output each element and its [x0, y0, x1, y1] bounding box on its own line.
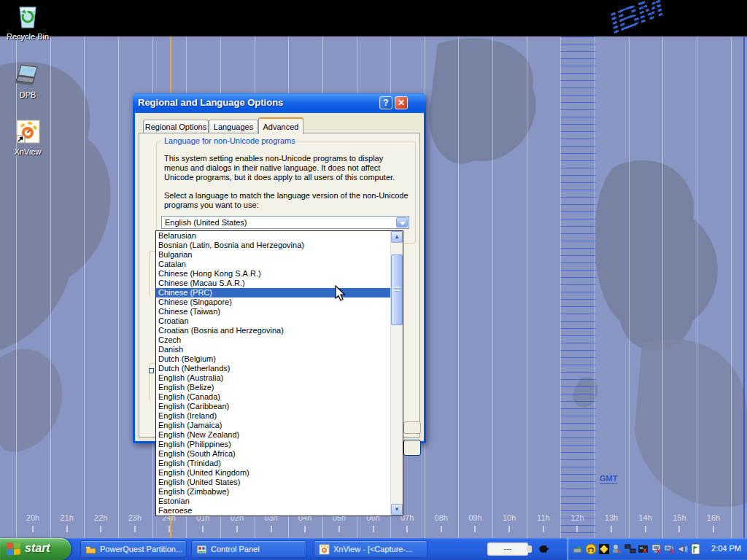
dialog-titlebar[interactable]: Regional and Language Options ? ✕ — [133, 93, 426, 113]
hour-tick — [271, 526, 272, 532]
combobox-dropdown-button[interactable] — [396, 217, 408, 228]
volume-icon[interactable] — [677, 543, 689, 555]
list-item[interactable]: English (Belize) — [156, 383, 403, 392]
language-dropdown-list[interactable]: BelarusianBosnian (Latin, Bosnia and Her… — [155, 230, 403, 516]
button-fragment — [403, 421, 421, 434]
timezone-line — [84, 36, 85, 538]
taskbar-button-label: PowerQuest Partition... — [100, 545, 182, 553]
desktop-icon-label: Recycle Bin — [0, 32, 55, 41]
list-item[interactable]: English (Jamaica) — [156, 421, 403, 430]
taskbar-clock[interactable]: 2:04 PM — [711, 544, 741, 553]
list-item[interactable]: Dutch (Netherlands) — [156, 364, 403, 373]
hour-label: 21h — [53, 513, 82, 522]
list-item[interactable]: Chinese (Singapore) — [156, 298, 403, 307]
start-label: start — [25, 542, 50, 555]
battery-meter[interactable]: --- — [487, 542, 528, 556]
desktop-icon-xnview[interactable]: XnView — [0, 118, 55, 156]
list-item[interactable]: English (Canada) — [156, 392, 403, 402]
list-item[interactable]: Czech — [156, 335, 403, 345]
hour-tick — [373, 526, 374, 532]
taskbar-button-label: Control Panel — [211, 545, 260, 553]
list-item[interactable]: Estonian — [156, 497, 403, 506]
network-error-icon[interactable]: x — [664, 543, 676, 555]
hour-tick — [645, 526, 646, 532]
eject-hardware-icon[interactable] — [572, 543, 584, 555]
list-item[interactable]: Croatian (Bosnia and Herzegovina) — [156, 326, 403, 335]
list-item[interactable]: Chinese (Hong Kong S.A.R.) — [156, 269, 403, 279]
desktop-icon-recycle-bin[interactable]: Recycle Bin — [0, 3, 55, 41]
taskbar-button-3[interactable]: XnView - [<Capture-... — [314, 540, 427, 558]
list-item[interactable]: English (Australia) — [156, 373, 403, 383]
timeline-marker-bottom — [170, 516, 171, 538]
hour-tick — [678, 526, 680, 532]
tab-advanced[interactable]: Advanced — [258, 117, 303, 134]
desktop-icon-dpb[interactable]: DPB — [0, 61, 55, 99]
system-tray: xxxx 2:04 PM — [567, 538, 747, 560]
desktop-icon-label: DPB — [0, 90, 55, 99]
hour-label: 16h — [699, 513, 728, 522]
list-item[interactable]: English (Trinidad) — [156, 459, 403, 468]
hour-label: 14h — [631, 513, 660, 522]
list-item[interactable]: English (United States) — [156, 478, 403, 487]
scrollbar-thumb[interactable] — [391, 254, 403, 325]
modem-icon[interactable] — [585, 543, 597, 555]
hour-tick — [66, 526, 68, 532]
xnview-icon — [319, 544, 330, 555]
list-item[interactable]: English (Philippines) — [156, 440, 403, 449]
close-button[interactable]: ✕ — [395, 96, 408, 109]
laptop-icon — [14, 61, 42, 89]
ac-power-plug-icon — [538, 544, 549, 557]
list-item[interactable]: Chinese (PRC) — [156, 288, 403, 298]
tray-icons: xxxx — [572, 543, 702, 555]
taskbar-button-1[interactable]: PowerQuest Partition... — [80, 540, 187, 558]
list-item[interactable]: Bulgarian — [156, 250, 403, 260]
network-icon[interactable] — [624, 543, 636, 555]
timezone-line — [595, 36, 595, 538]
list-item[interactable]: Faeroese — [156, 506, 403, 516]
mouse-cursor — [334, 285, 349, 306]
list-item[interactable]: Belarusian — [156, 231, 403, 241]
list-item[interactable]: English (South Africa) — [156, 449, 403, 459]
timezone-line — [492, 36, 493, 538]
list-item[interactable]: Chinese (Taiwan) — [156, 307, 403, 316]
hour-label: 08h — [427, 513, 456, 522]
gmt-hatched-band — [560, 36, 596, 538]
list-item[interactable]: English (United Kingdom) — [156, 468, 403, 478]
windows-flag-icon — [7, 542, 21, 556]
scroll-down-button[interactable]: ▼ — [391, 504, 403, 516]
list-scrollbar[interactable]: ▲ ▼ — [390, 231, 403, 516]
start-button[interactable]: start — [0, 538, 71, 560]
desktop-icon-label: XnView — [0, 147, 55, 156]
list-item[interactable]: Dutch (Belgium) — [156, 354, 403, 364]
computer-error-icon[interactable]: x — [651, 543, 662, 555]
help-button[interactable]: ? — [379, 96, 392, 109]
antivirus-icon[interactable] — [598, 543, 610, 555]
timezone-line — [527, 36, 527, 538]
list-item[interactable]: English (New Zealand) — [156, 430, 403, 440]
offline-users-icon[interactable]: x — [611, 543, 623, 555]
taskbar-button-label: XnView - [<Capture-... — [333, 545, 412, 553]
list-item[interactable]: Croatian — [156, 316, 403, 326]
boot-manager-icon[interactable] — [690, 543, 702, 555]
language-combobox[interactable]: English (United States) — [161, 216, 409, 229]
scroll-up-button[interactable]: ▲ — [391, 231, 403, 243]
map-right-edge-line — [743, 36, 745, 538]
list-item[interactable]: Danish — [156, 345, 403, 354]
list-item[interactable]: English (Caribbean) — [156, 402, 403, 411]
apply-button-fragment[interactable] — [403, 440, 421, 456]
svg-text:x: x — [617, 548, 621, 555]
list-item[interactable]: English (Zimbabwe) — [156, 487, 403, 497]
hour-tick — [236, 526, 238, 532]
link-error-icon[interactable]: x — [638, 543, 649, 555]
tab-regional-options[interactable]: Regional Options — [143, 120, 209, 133]
tab-languages[interactable]: Languages — [209, 120, 258, 133]
groupbox-caption: Language for non-Unicode programs — [162, 136, 298, 145]
list-item[interactable]: English (Ireland) — [156, 411, 403, 421]
taskbar: start PowerQuest Partition...Control Pan… — [0, 538, 747, 560]
taskbar-button-2[interactable]: Control Panel — [191, 540, 306, 558]
hour-label: 20h — [18, 513, 47, 522]
list-item[interactable]: Bosnian (Latin, Bosnia and Herzegovina) — [156, 241, 403, 250]
hour-tick — [474, 526, 476, 532]
list-item[interactable]: Catalan — [156, 260, 403, 269]
list-item[interactable]: Chinese (Macau S.A.R.) — [156, 279, 403, 288]
